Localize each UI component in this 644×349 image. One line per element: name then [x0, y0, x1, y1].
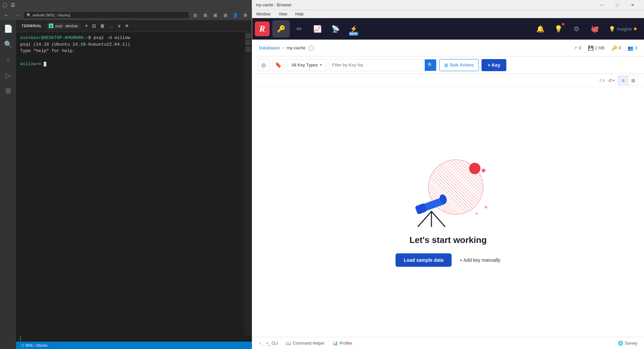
- activity-extensions-icon[interactable]: ⊞: [1, 83, 15, 98]
- vscode-layout-btn-3[interactable]: ⊠: [211, 11, 220, 19]
- back-button[interactable]: ←: [2, 10, 11, 20]
- filter-mode-btn[interactable]: ◎: [258, 59, 270, 71]
- browser-titlebar: my-cache - Browser ─ □ ✕: [252, 0, 644, 10]
- insights-button[interactable]: 💡 Insights: [604, 23, 641, 35]
- breadcrumb-info-btn[interactable]: i: [308, 45, 314, 51]
- profiler-label: Profiler: [339, 341, 352, 346]
- terminal-output[interactable]: alexbair@DESKTOP-AHGBBAN:~$ psql -d will…: [16, 32, 244, 335]
- nav-pubsub-icon[interactable]: 📡: [327, 20, 344, 38]
- insights-bulb-icon: 💡: [609, 26, 615, 32]
- nav-databases-icon[interactable]: 🔑: [272, 20, 290, 38]
- terminal-path: :~: [83, 35, 88, 40]
- address-text: website [WSL: Ubuntu]: [33, 13, 70, 17]
- key-types-dropdown[interactable]: All Key Types ▾: [287, 59, 326, 71]
- bulk-actions-btn[interactable]: ⊞ Bulk Actions: [439, 59, 479, 71]
- side-icon-1[interactable]: [245, 33, 251, 39]
- survey-label: Survey: [625, 341, 637, 346]
- terminal-split-btn[interactable]: ⊟: [91, 22, 97, 29]
- nav-analytics-icon[interactable]: 📈: [309, 20, 326, 38]
- activity-search-icon[interactable]: 🔍: [1, 37, 15, 52]
- cli-btn[interactable]: ›_ >_ CLI: [256, 339, 280, 347]
- refresh-icon: ↺: [608, 78, 612, 83]
- activity-explorer-icon[interactable]: 📄: [1, 21, 15, 36]
- terminal-line-1: alexbair@DESKTOP-AHGBBAN:~$ psql -d will…: [20, 35, 240, 41]
- nav-tips-icon[interactable]: 💡: [550, 20, 567, 38]
- profiler-icon: 📊: [332, 341, 338, 346]
- terminal-more-btn[interactable]: …: [107, 22, 115, 29]
- star-icon-2: ✳: [484, 205, 488, 210]
- side-icon-2[interactable]: [245, 40, 251, 45]
- psql-session-icon: p: [49, 23, 53, 28]
- add-key-btn[interactable]: + Key: [481, 59, 506, 71]
- memory-value: 2 MB: [595, 46, 605, 50]
- nav-slowlog-icon[interactable]: ⚡ BETA: [345, 20, 362, 38]
- terminal-close-btn[interactable]: ✕: [124, 22, 130, 29]
- terminal-add-btn[interactable]: +: [84, 22, 89, 30]
- browser-close-btn[interactable]: ✕: [625, 0, 640, 10]
- terminal-label: TERMINAL: [19, 22, 45, 29]
- vscode-user-icon[interactable]: 👤: [231, 11, 240, 19]
- vscode-layout-btn-1[interactable]: ⊟: [191, 11, 199, 19]
- nav-notifications-icon[interactable]: 🔔: [532, 20, 549, 38]
- terminal-chevron-btn[interactable]: ∨: [116, 22, 122, 29]
- list-view-btn[interactable]: ≡: [618, 76, 628, 85]
- add-key-label: + Key: [488, 62, 500, 68]
- chevron-down-icon: ▾: [320, 63, 322, 67]
- breadcrumb-databases-link[interactable]: Databases: [259, 45, 280, 50]
- menu-help[interactable]: Help: [294, 11, 305, 17]
- menu-window[interactable]: Window: [255, 11, 272, 17]
- profiler-btn[interactable]: 📊 Profiler: [330, 339, 355, 347]
- redis-logo[interactable]: R: [255, 21, 270, 36]
- vscode-settings-icon[interactable]: ⚙: [241, 11, 250, 19]
- beta-badge: BETA: [349, 32, 358, 36]
- redis-app: R 🔑 ✏ 📈 📡 ⚡ BETA 🔔 💡: [252, 18, 644, 349]
- vscode-layout-btn-2[interactable]: ⊞: [201, 11, 210, 19]
- activity-git-icon[interactable]: ⑂: [1, 52, 15, 67]
- filter-search-btn[interactable]: 🔍: [425, 59, 436, 71]
- vscode-logo-icon: ⬡: [3, 2, 7, 8]
- nav-edit-icon[interactable]: ✏: [290, 20, 308, 38]
- vscode-layout-btn-4[interactable]: ⊞: [221, 11, 230, 19]
- grid-view-btn[interactable]: ⊞: [628, 76, 638, 85]
- refresh-btn[interactable]: ↺ ▾: [607, 77, 616, 84]
- terminal-session-tab[interactable]: p psql · alexbair: [46, 22, 81, 29]
- cursor-indicator: ▏: [20, 336, 23, 341]
- terminal-trash-btn[interactable]: 🗑: [99, 22, 106, 29]
- browser-maximize-btn[interactable]: □: [610, 0, 625, 10]
- empty-actions: Load sample data + Add key manually: [396, 253, 500, 267]
- vscode-addressbar[interactable]: 🔍 website [WSL: Ubuntu]: [24, 11, 189, 19]
- nav-settings-icon[interactable]: ⚙: [568, 20, 585, 38]
- terminal-side-icons: [244, 32, 252, 335]
- vscode-hamburger-icon[interactable]: ☰: [9, 2, 16, 8]
- search-icon: 🔍: [27, 13, 31, 17]
- forward-button[interactable]: →: [13, 10, 22, 20]
- terminal-tabbar: TERMINAL p psql · alexbair + ⊟ 🗑 … ∨ ✕: [16, 20, 252, 32]
- refresh-time: 2 s: [599, 78, 605, 83]
- remote-indicator[interactable]: ⬡ WSL: Ubuntu: [19, 343, 49, 348]
- command-helper-label: Command Helper: [293, 341, 324, 346]
- breadcrumb-separator: ›: [282, 45, 284, 50]
- breadcrumb-current: my-cache: [287, 45, 306, 50]
- insights-dot: [634, 28, 637, 30]
- list-header: 2 s ↺ ▾ ≡ ⊞: [252, 74, 644, 87]
- keys-icon: 🔑: [611, 45, 617, 51]
- vscode-statusbar: ⬡ WSL: Ubuntu: [16, 342, 252, 349]
- command-helper-btn[interactable]: 📖 Command Helper: [283, 339, 327, 347]
- insights-label: Insights: [617, 27, 632, 32]
- remote-icon: ⬡: [21, 343, 24, 348]
- stat-clients: 👥 3: [628, 45, 637, 51]
- survey-btn[interactable]: 🌐 Survey: [615, 339, 640, 347]
- terminal-cursor: [44, 62, 46, 66]
- browser-minimize-btn[interactable]: ─: [594, 0, 609, 10]
- menu-view[interactable]: View: [277, 11, 289, 17]
- connected-icon: ↗: [573, 45, 577, 51]
- activity-debug-icon[interactable]: ▷: [1, 68, 15, 83]
- bookmark-btn[interactable]: 🔖: [272, 59, 284, 71]
- side-icon-3[interactable]: [245, 47, 251, 52]
- terminal-db-prompt: willow=#: [20, 61, 44, 66]
- load-sample-btn[interactable]: Load sample data: [396, 253, 451, 267]
- nav-github-icon[interactable]: 🐙: [586, 20, 603, 38]
- filter-input-field[interactable]: [329, 62, 425, 67]
- add-key-manual-link[interactable]: + Add key manually: [460, 257, 501, 263]
- connected-count: 0: [579, 46, 581, 50]
